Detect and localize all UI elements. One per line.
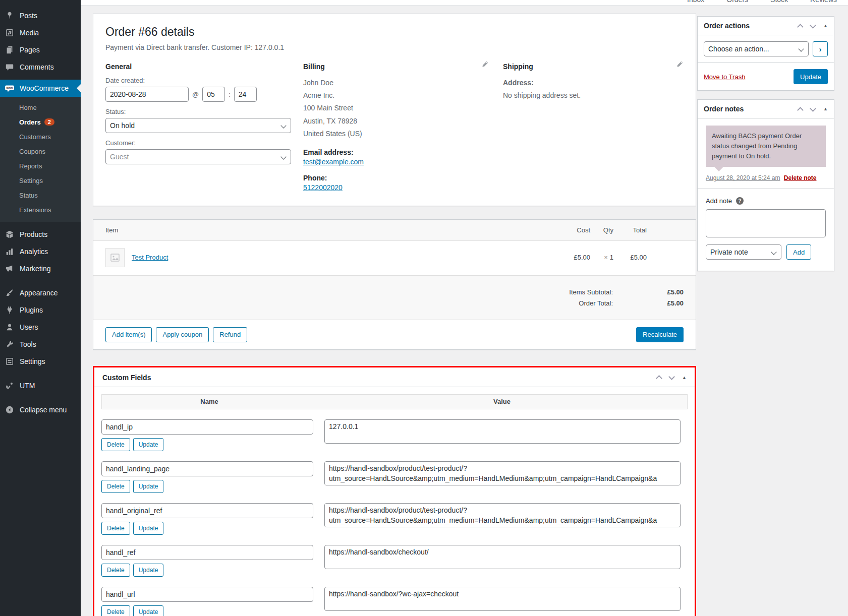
toggle-panel-icon[interactable]: ▲ xyxy=(682,375,687,380)
custom-fields-annotation-box: Custom Fields ▲ Name Value Delete xyxy=(93,366,696,616)
order-date-input[interactable] xyxy=(105,87,189,102)
sidebar-item-analytics[interactable]: Analytics xyxy=(0,243,81,260)
delete-note-link[interactable]: Delete note xyxy=(784,174,817,181)
delete-field-button[interactable]: Delete xyxy=(101,522,130,535)
sidebar-item-wc-settings[interactable]: Settings xyxy=(0,173,81,188)
sidebar-item-utm[interactable]: UTM xyxy=(0,377,81,394)
add-note-textarea[interactable] xyxy=(706,209,826,237)
sidebar-item-label: Tools xyxy=(20,340,36,348)
sidebar-item-tools[interactable]: Tools xyxy=(0,336,81,353)
note-type-select[interactable]: Private note xyxy=(706,244,781,260)
tab-orders[interactable]: Orders xyxy=(726,0,748,5)
sidebar-item-orders[interactable]: Orders2 xyxy=(0,115,81,130)
note-date-link[interactable]: August 28, 2020 at 5:24 am xyxy=(706,174,780,181)
edit-shipping-icon[interactable] xyxy=(676,60,684,68)
customer-select[interactable]: Guest xyxy=(105,149,291,164)
sidebar-item-plugins[interactable]: Plugins xyxy=(0,301,81,319)
billing-phone-link[interactable]: 5122002020 xyxy=(303,183,343,192)
custom-field-value-textarea[interactable]: https://handl-sandbox/checkout/ xyxy=(324,545,681,569)
sidebar-item-extensions[interactable]: Extensions xyxy=(0,203,81,217)
sidebar-item-reports[interactable]: Reports xyxy=(0,159,81,173)
product-thumbnail xyxy=(105,248,125,267)
custom-field-name-input[interactable] xyxy=(101,587,313,602)
toggle-panel-icon[interactable]: ▲ xyxy=(823,23,828,28)
update-field-button[interactable]: Update xyxy=(133,522,164,535)
add-items-button[interactable]: Add item(s) xyxy=(105,327,152,342)
settings-icon xyxy=(5,356,15,366)
sidebar-item-label: Plugins xyxy=(20,306,43,314)
custom-field-value-textarea[interactable]: https://handl-sandbox/product/test-produ… xyxy=(324,503,681,527)
custom-field-value-textarea[interactable]: 127.0.0.1 xyxy=(324,419,681,444)
sidebar-item-users[interactable]: Users xyxy=(0,319,81,336)
update-field-button[interactable]: Update xyxy=(133,438,164,451)
update-order-button[interactable]: Update xyxy=(794,69,828,84)
sidebar-item-coupons[interactable]: Coupons xyxy=(0,144,81,159)
toggle-panel-icon[interactable]: ▲ xyxy=(823,106,828,111)
sidebar-item-home[interactable]: Home xyxy=(0,100,81,115)
sidebar-item-products[interactable]: Products xyxy=(0,226,81,243)
apply-action-button[interactable]: › xyxy=(813,41,828,56)
order-status-select[interactable]: On hold xyxy=(105,118,291,133)
admin-sidebar: Posts Media Pages Comments WOO WooCommer… xyxy=(0,0,81,616)
items-subtotal-label: Items Subtotal: xyxy=(569,288,613,296)
move-up-icon[interactable] xyxy=(656,376,662,382)
items-table-header: Item Cost Qty Total xyxy=(93,220,696,241)
collapse-menu-button[interactable]: Collapse menu xyxy=(0,401,81,418)
activity-panel-tabs: Inbox Orders Stock Reviews xyxy=(81,0,848,6)
add-note-button[interactable]: Add xyxy=(786,244,811,260)
sidebar-item-appearance[interactable]: Appearance xyxy=(0,284,81,301)
edit-billing-icon[interactable] xyxy=(481,60,489,68)
items-subtotal-value: £5.00 xyxy=(613,288,684,296)
add-note-label: Add note xyxy=(706,197,732,205)
delete-field-button[interactable]: Delete xyxy=(101,605,130,616)
delete-field-button[interactable]: Delete xyxy=(101,438,130,451)
update-field-button[interactable]: Update xyxy=(133,564,164,577)
recalculate-button[interactable]: Recalculate xyxy=(636,327,684,342)
tab-reviews[interactable]: Reviews xyxy=(810,0,837,5)
utm-icon xyxy=(5,381,15,391)
sidebar-item-pages[interactable]: Pages xyxy=(0,41,81,58)
custom-field-value-textarea[interactable]: https://handl-sandbox/product/test-produ… xyxy=(324,461,681,485)
move-up-icon[interactable] xyxy=(797,107,804,113)
custom-field-name-input[interactable] xyxy=(101,503,313,518)
move-up-icon[interactable] xyxy=(797,24,804,30)
sidebar-item-label: Settings xyxy=(20,357,45,365)
refund-button[interactable]: Refund xyxy=(213,327,247,342)
product-name-link[interactable]: Test Product xyxy=(132,254,168,261)
move-down-icon[interactable] xyxy=(668,374,675,381)
sidebar-item-settings[interactable]: Settings xyxy=(0,353,81,370)
custom-field-name-input[interactable] xyxy=(101,461,313,476)
svg-text:WOO: WOO xyxy=(7,87,13,90)
order-hour-input[interactable] xyxy=(202,87,225,102)
move-down-icon[interactable] xyxy=(810,22,816,29)
sidebar-item-marketing[interactable]: Marketing xyxy=(0,260,81,277)
sidebar-item-customers[interactable]: Customers xyxy=(0,130,81,144)
move-to-trash-link[interactable]: Move to Trash xyxy=(704,73,745,81)
update-field-button[interactable]: Update xyxy=(133,605,164,616)
general-heading: General xyxy=(105,63,303,71)
update-field-button[interactable]: Update xyxy=(133,480,164,493)
sidebar-item-media[interactable]: Media xyxy=(0,24,81,41)
move-down-icon[interactable] xyxy=(810,105,816,112)
billing-address: John Doe Acme Inc. 100 Main Street Austi… xyxy=(303,77,503,140)
sidebar-item-comments[interactable]: Comments xyxy=(0,58,81,76)
custom-field-name-input[interactable] xyxy=(101,419,313,435)
custom-field-name-input[interactable] xyxy=(101,545,313,560)
apply-coupon-button[interactable]: Apply coupon xyxy=(156,327,209,342)
delete-field-button[interactable]: Delete xyxy=(101,480,130,493)
tab-stock[interactable]: Stock xyxy=(770,0,788,5)
custom-field-value-textarea[interactable]: https://handl-sandbox/?wc-ajax=checkout xyxy=(324,587,681,611)
sidebar-item-posts[interactable]: Posts xyxy=(0,7,81,24)
sidebar-item-status[interactable]: Status xyxy=(0,188,81,203)
customer-label: Customer: xyxy=(105,139,303,147)
billing-email-link[interactable]: test@example.com xyxy=(303,158,364,166)
order-minute-input[interactable] xyxy=(234,87,257,102)
tab-inbox[interactable]: Inbox xyxy=(687,0,704,5)
order-action-select[interactable]: Choose an action... xyxy=(704,41,809,56)
sidebar-item-woocommerce[interactable]: WOO WooCommerce xyxy=(0,80,81,97)
sidebar-item-label: Pages xyxy=(20,46,40,54)
delete-field-button[interactable]: Delete xyxy=(101,564,130,577)
help-icon[interactable]: ? xyxy=(736,197,744,205)
right-sidebar: Order actions ▲ Choose an action... › Mo… xyxy=(697,6,834,271)
line-item-total: £5.00 xyxy=(613,254,647,261)
